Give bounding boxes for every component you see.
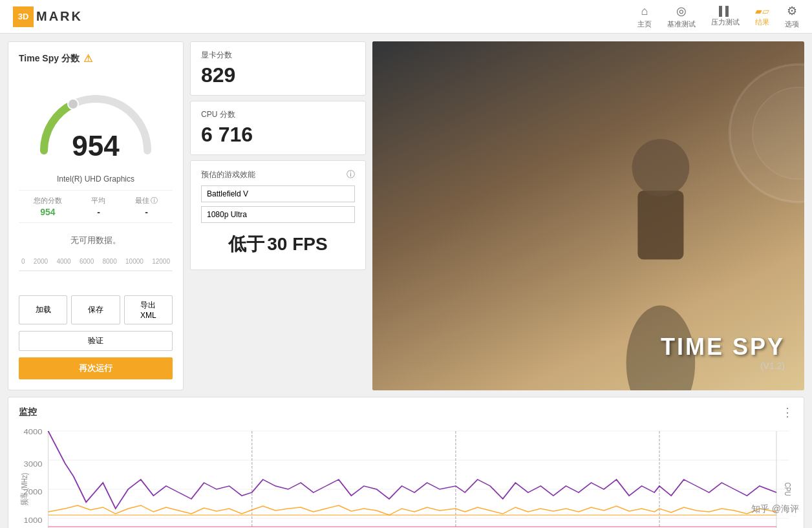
header: 3D MARK ⌂ 主页 ◎ 基准测试 ▌▌ 压力测试 ▰▱ 结果 xyxy=(0,0,812,34)
load-button[interactable]: 加载 xyxy=(19,295,67,324)
nav-results[interactable]: ▰▱ 结果 xyxy=(755,6,769,27)
cpu-score-card: CPU 分数 6 716 xyxy=(190,101,366,155)
nav-benchmark[interactable]: ◎ 基准测试 xyxy=(667,4,696,29)
save-button[interactable]: 保存 xyxy=(71,295,120,324)
resolution-select[interactable]: 1080p Ultra 1440p Ultra 4K Ultra xyxy=(201,206,355,223)
watermark: 知乎 @海评 xyxy=(751,503,799,515)
svg-text:3000: 3000 xyxy=(24,461,43,468)
scores-row: 您的分数 954 平均 - 最佳 ⓘ - xyxy=(19,190,173,223)
run-again-button[interactable]: 再次运行 xyxy=(19,357,173,379)
svg-text:CPU: CPU xyxy=(784,482,793,496)
monitor-more-icon[interactable]: ⋮ xyxy=(782,405,793,419)
monitor-header: 监控 ⋮ xyxy=(19,405,793,419)
game-panel: 预估的游戏效能 ⓘ Battlefield V Cyberpunk 2077 S… xyxy=(190,160,366,270)
nav-stress[interactable]: ▌▌ 压力测试 xyxy=(711,6,740,27)
chart-area: 4000 3000 2000 1000 0 频率 (MHz) xyxy=(19,425,793,528)
middle-panel: 显卡分数 829 CPU 分数 6 716 预估的游戏效能 ⓘ xyxy=(190,41,366,390)
verify-button[interactable]: 验证 xyxy=(19,331,173,351)
game-panel-header: 预估的游戏效能 ⓘ xyxy=(201,169,355,180)
monitor-chart: 4000 3000 2000 1000 0 频率 (MHz) xyxy=(19,425,793,528)
game-select[interactable]: Battlefield V Cyberpunk 2077 Shadow of t… xyxy=(201,185,355,202)
main-content: Time Spy 分数 ⚠ 954 Intel(R) UHD Gra xyxy=(0,34,812,528)
home-icon: ⌂ xyxy=(641,5,648,18)
left-panel: Time Spy 分数 ⚠ 954 Intel(R) UHD Gra xyxy=(8,41,184,390)
panel-title: Time Spy 分数 ⚠ xyxy=(19,52,173,65)
navigation: ⌂ 主页 ◎ 基准测试 ▌▌ 压力测试 ▰▱ 结果 ⚙ 选项 xyxy=(637,4,799,29)
gauge-score: 954 xyxy=(72,132,119,160)
logo: 3D MARK xyxy=(13,6,83,27)
game-info-icon[interactable]: ⓘ xyxy=(347,169,355,180)
stress-icon: ▌▌ xyxy=(719,6,732,16)
svg-rect-5 xyxy=(637,191,683,260)
svg-text:4000: 4000 xyxy=(24,428,43,436)
benchmark-icon: ◎ xyxy=(676,4,687,18)
gpu-score-card: 显卡分数 829 xyxy=(190,41,366,96)
game-select-wrapper: Battlefield V Cyberpunk 2077 Shadow of t… xyxy=(201,185,355,202)
svg-point-6 xyxy=(632,139,690,196)
top-row: Time Spy 分数 ⚠ 954 Intel(R) UHD Gra xyxy=(8,41,804,390)
export-button[interactable]: 导出 XML xyxy=(124,295,173,324)
fps-value: 30 xyxy=(267,234,292,254)
gpu-label: Intel(R) UHD Graphics xyxy=(19,174,173,184)
logo-text: MARK xyxy=(36,9,83,24)
svg-text:1000: 1000 xyxy=(24,517,43,524)
hero-panel: TIME SPY (V1.2) xyxy=(372,41,804,390)
your-score-item: 您的分数 954 xyxy=(34,196,62,217)
gauge-container: 954 xyxy=(19,76,173,160)
resolution-select-wrapper: 1080p Ultra 1440p Ultra 4K Ultra xyxy=(201,206,355,223)
nav-home[interactable]: ⌂ 主页 xyxy=(637,5,652,29)
fps-result: 低于 30 FPS xyxy=(201,227,355,262)
results-icon: ▰▱ xyxy=(755,6,769,16)
best-score-item: 最佳 ⓘ - xyxy=(135,196,158,217)
svg-text:频率 (MHz): 频率 (MHz) xyxy=(19,473,29,506)
options-icon: ⚙ xyxy=(787,4,797,18)
benchmark-scale: 0 2000 4000 6000 8000 10000 12000 xyxy=(19,258,173,271)
monitor-panel: 监控 ⋮ 4000 3000 2000 1000 0 频率 (MHz) xyxy=(8,397,804,528)
avg-score-item: 平均 - xyxy=(91,196,105,217)
hero-overlay: TIME SPY (V1.2) xyxy=(661,333,785,371)
action-buttons: 加载 保存 导出 XML xyxy=(19,295,173,324)
no-data-label: 无可用数据。 xyxy=(19,229,173,251)
svg-point-0 xyxy=(68,99,78,109)
best-info-icon: ⓘ xyxy=(151,196,158,206)
nav-options[interactable]: ⚙ 选项 xyxy=(785,4,799,29)
warning-icon: ⚠ xyxy=(83,52,92,65)
